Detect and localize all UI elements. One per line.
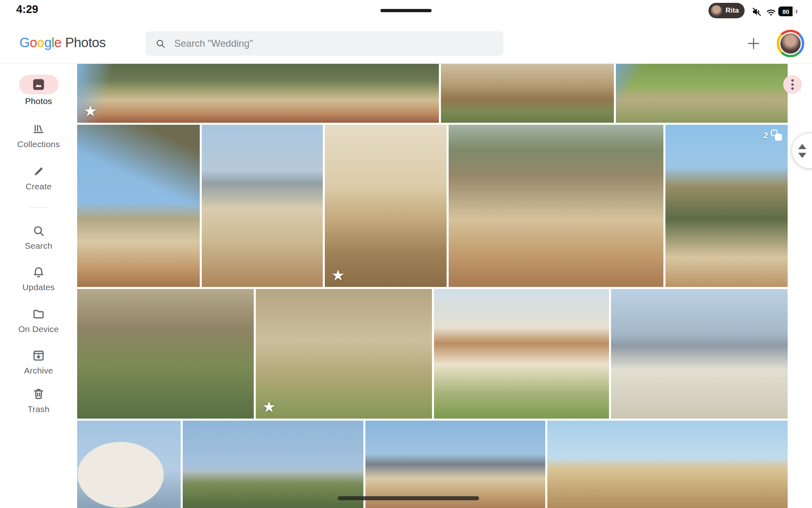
sidebar-item-label: Archive (24, 366, 53, 376)
home-indicator[interactable] (338, 496, 479, 500)
icon-box (31, 386, 46, 402)
icon-box (31, 306, 46, 322)
sidebar-item-create[interactable]: Create (0, 163, 77, 191)
folder-icon (31, 307, 46, 321)
timeline-scrubber[interactable] (792, 133, 812, 168)
more-options-button[interactable] (783, 75, 802, 94)
multitasking-grabber[interactable] (380, 9, 432, 12)
icon-box (31, 347, 46, 364)
search-icon (31, 224, 46, 238)
photo-tile[interactable]: 2 (665, 125, 788, 287)
photo-tile[interactable] (616, 64, 788, 123)
create-icon (31, 164, 46, 179)
photo-tile[interactable] (183, 421, 363, 508)
photo-tile[interactable] (547, 421, 788, 508)
collections-icon (31, 122, 46, 137)
battery-nub (796, 10, 797, 13)
stack-badge: 2 (763, 130, 782, 141)
photo-tile[interactable] (611, 289, 788, 419)
sidebar-item-label: On Device (18, 324, 59, 334)
sidebar-item-label: Search (25, 241, 52, 251)
photo-tile[interactable] (365, 421, 545, 508)
sidebar-divider (29, 207, 49, 208)
search-bar[interactable] (145, 31, 503, 56)
photo-tile[interactable] (441, 64, 614, 123)
sidebar-item-photos[interactable]: Photos (0, 75, 77, 106)
archive-icon (31, 348, 46, 363)
sidebar-item-label: Updates (22, 282, 55, 292)
status-time: 4:29 (16, 3, 38, 16)
google-wordmark: Google (19, 35, 61, 50)
user-mini-avatar (710, 5, 722, 17)
photo-tile[interactable] (202, 125, 323, 287)
sidebar-item-label: Trash (28, 404, 50, 414)
sidebar-item-trash[interactable]: Trash (0, 386, 77, 414)
icon-box (31, 223, 46, 239)
product-name: Photos (65, 35, 106, 50)
photo-tile[interactable]: ★ (325, 125, 447, 287)
more-options-icon (791, 79, 794, 82)
battery-percent: 80 (782, 8, 789, 15)
search-icon (155, 38, 166, 49)
search-input[interactable] (174, 38, 494, 49)
photos-icon (30, 76, 47, 93)
sidebar-item-archive[interactable]: Archive (0, 347, 77, 376)
sidebar-item-on-device[interactable]: On Device (0, 306, 77, 334)
photo-tile[interactable] (434, 289, 609, 419)
active-pill (19, 75, 58, 94)
sidebar-item-collections[interactable]: Collections (0, 121, 77, 149)
mute-icon (751, 6, 762, 17)
plus-icon (745, 35, 762, 52)
photo-tile[interactable] (77, 125, 200, 287)
user-pill-name: Rita (726, 7, 739, 15)
wifi-icon (765, 6, 777, 17)
sidebar-item-label: Photos (25, 96, 52, 106)
add-button[interactable] (744, 34, 763, 53)
sidebar-nav: PhotosCollectionsCreateSearchUpdatesOn D… (0, 63, 77, 508)
header-divider (0, 63, 812, 63)
stack-count: 2 (763, 130, 768, 140)
shared-user-pill[interactable]: Rita (708, 3, 745, 18)
photo-tile[interactable] (449, 125, 663, 287)
battery-icon: 80 (778, 7, 795, 16)
photo-tile[interactable]: ★ (256, 289, 432, 419)
grid-row: ★ (77, 289, 788, 419)
account-avatar[interactable] (777, 30, 804, 57)
bell-icon (31, 265, 46, 280)
stack-icon (771, 130, 782, 141)
grid-row (77, 421, 788, 508)
grid-row: ★ (77, 64, 788, 123)
sidebar-item-updates[interactable]: Updates (0, 264, 77, 292)
trash-icon (31, 387, 46, 402)
sidebar-item-search[interactable]: Search (0, 223, 77, 251)
favorite-star-icon: ★ (262, 399, 276, 415)
google-photos-logo: Google Photos (19, 35, 106, 50)
favorite-star-icon: ★ (84, 104, 97, 119)
sidebar-item-label: Collections (17, 139, 60, 149)
icon-box (31, 121, 46, 137)
scrub-up-icon (798, 144, 806, 149)
photo-grid: ★★2★ (77, 64, 788, 508)
icon-box (31, 163, 46, 180)
photo-tile[interactable] (77, 421, 181, 508)
grid-row: ★2 (77, 125, 788, 287)
photo-tile[interactable] (77, 289, 254, 419)
sidebar-item-label: Create (26, 182, 52, 191)
avatar-photo (779, 32, 802, 55)
photo-tile[interactable]: ★ (77, 64, 439, 123)
favorite-star-icon: ★ (331, 268, 345, 283)
icon-box (31, 264, 46, 280)
scrub-down-icon (798, 153, 806, 158)
